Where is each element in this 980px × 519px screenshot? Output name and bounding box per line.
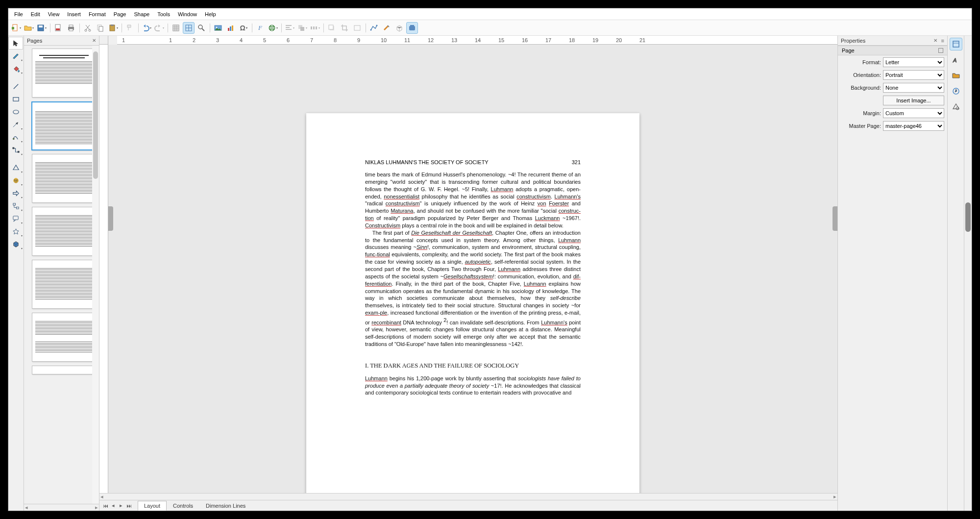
vertical-ruler[interactable]	[99, 45, 108, 493]
tab-nav-last[interactable]: ⏭	[125, 503, 133, 509]
pointer-tool[interactable]	[8, 37, 23, 49]
draw-functions-button[interactable]	[406, 22, 418, 34]
master-page-select[interactable]: master-page46	[883, 121, 944, 131]
insert-special-char-button[interactable]: Ω▾	[238, 22, 249, 34]
tab-nav-first[interactable]: ⏮	[101, 503, 109, 509]
svg-rect-42	[18, 151, 19, 152]
margin-select[interactable]: Custom	[883, 108, 944, 118]
pages-scrollbar[interactable]	[92, 46, 99, 504]
sidebar-tab-shapes[interactable]	[950, 100, 962, 113]
tab-controls[interactable]: Controls	[167, 501, 199, 511]
block-arrows-tool[interactable]: ▾	[8, 187, 23, 199]
ellipse-tool[interactable]	[8, 105, 23, 118]
page-thumb-5[interactable]: 5	[32, 260, 96, 309]
save-button[interactable]: ▾	[36, 22, 48, 34]
expand-section-icon[interactable]	[938, 48, 943, 53]
line-color-tool[interactable]: ▾	[8, 49, 23, 62]
sidebar-tab-styles[interactable]: A	[950, 53, 962, 66]
menu-help[interactable]: Help	[201, 10, 220, 19]
align-button[interactable]: ▾	[284, 22, 295, 34]
canvas-hscroll[interactable]: ◂▸	[99, 493, 837, 500]
extrusion-button[interactable]	[393, 22, 405, 34]
document-page[interactable]: NIKLAS LUHMANN'S THE SOCIETY OF SOCIETY …	[306, 113, 639, 493]
symbol-shapes-tool[interactable]: ▾	[8, 174, 23, 187]
page-thumb-7[interactable]: 7	[32, 366, 96, 374]
fill-color-tool[interactable]: ▾	[8, 62, 23, 75]
properties-panel-header: Properties ✕ ≡	[838, 36, 947, 46]
callout-tool[interactable]: ▾	[8, 212, 23, 225]
left-collapse-handle[interactable]	[108, 206, 113, 231]
paste-button[interactable]: ▾	[107, 22, 119, 34]
print-button[interactable]	[65, 22, 77, 34]
insert-hyperlink-button[interactable]: ▾	[267, 22, 279, 34]
tab-nav-prev[interactable]: ◂	[109, 502, 117, 509]
close-properties-button[interactable]: ✕	[933, 38, 937, 43]
grid-button[interactable]	[170, 22, 182, 34]
export-pdf-button[interactable]	[52, 22, 64, 34]
page-thumb-6[interactable]: 6	[32, 313, 96, 362]
crop-button[interactable]	[339, 22, 350, 34]
insert-fontwork-button[interactable]: F	[254, 22, 266, 34]
flowchart-tool[interactable]: ▾	[8, 199, 23, 212]
basic-shapes-tool[interactable]: ▾	[8, 161, 23, 174]
tab-dimension-lines[interactable]: Dimension Lines	[199, 501, 252, 511]
right-collapse-handle[interactable]	[833, 206, 837, 231]
toggle-point-edit-button[interactable]	[368, 22, 380, 34]
page-section-header[interactable]: Page	[838, 46, 947, 55]
tab-nav-next[interactable]: ▸	[117, 502, 125, 509]
horizontal-ruler[interactable]: 1123456789101112131415161718192021	[117, 36, 837, 45]
insert-image-button-props[interactable]: Insert Image...	[883, 96, 944, 105]
pages-list[interactable]: 1 2 3 4 5	[24, 46, 99, 504]
filter-button[interactable]	[351, 22, 363, 34]
zoom-button[interactable]	[196, 22, 207, 34]
clone-format-button[interactable]	[124, 22, 136, 34]
menu-page[interactable]: Page	[110, 10, 130, 19]
menu-tools[interactable]: Tools	[153, 10, 174, 19]
tab-layout[interactable]: Layout	[138, 501, 167, 511]
page-thumb-4[interactable]: 4	[32, 207, 96, 256]
page-thumb-3[interactable]: 3	[32, 154, 96, 203]
sidebar-tab-properties[interactable]	[950, 38, 962, 50]
arrange-button[interactable]: ▾	[296, 22, 308, 34]
shadow-button[interactable]	[326, 22, 338, 34]
3d-objects-tool[interactable]: ▾	[8, 238, 23, 250]
menu-file[interactable]: File	[10, 10, 27, 19]
menu-window[interactable]: Window	[174, 10, 201, 19]
close-pages-panel-button[interactable]: ✕	[92, 38, 96, 43]
distribute-button[interactable]: ▾	[309, 22, 321, 34]
insert-image-button[interactable]	[212, 22, 224, 34]
undo-button[interactable]: ▾	[141, 22, 152, 34]
gluepoints-button[interactable]	[381, 22, 392, 34]
new-button[interactable]: ▾	[10, 22, 22, 34]
redo-button[interactable]: ▾	[153, 22, 165, 34]
cut-button[interactable]	[82, 22, 94, 34]
menu-edit[interactable]: Edit	[27, 10, 44, 19]
stars-tool[interactable]: ▾	[8, 225, 23, 238]
menu-view[interactable]: View	[44, 10, 64, 19]
menu-format[interactable]: Format	[85, 10, 110, 19]
copy-button[interactable]	[95, 22, 106, 34]
background-select[interactable]: None	[883, 83, 944, 93]
menu-shape[interactable]: Shape	[130, 10, 153, 19]
page-thumb-2[interactable]: 2	[31, 101, 97, 150]
open-button[interactable]: ▾	[23, 22, 35, 34]
curve-tool[interactable]: ▾	[8, 131, 23, 144]
properties-menu-button[interactable]: ≡	[941, 38, 944, 44]
menu-insert[interactable]: Insert	[63, 10, 85, 19]
connector-tool[interactable]: ▾	[8, 144, 23, 156]
rectangle-tool[interactable]	[8, 93, 23, 105]
pages-hscroll[interactable]: ◂▸	[24, 504, 99, 511]
line-tool[interactable]	[8, 80, 23, 93]
lines-arrows-tool[interactable]: ▾	[8, 118, 23, 131]
page-thumb-1[interactable]: 1	[32, 49, 96, 98]
snap-button[interactable]	[183, 22, 195, 34]
pages-panel-title: Pages	[27, 38, 42, 44]
format-select[interactable]: Letter	[883, 57, 944, 67]
sidebar-tab-navigator[interactable]	[950, 85, 962, 98]
sidebar-tab-gallery[interactable]	[950, 69, 962, 82]
window-vscroll[interactable]	[964, 36, 972, 511]
orientation-select[interactable]: Portrait	[883, 70, 944, 80]
svg-rect-21	[230, 26, 231, 31]
canvas-scroll[interactable]: NIKLAS LUHMANN'S THE SOCIETY OF SOCIETY …	[108, 45, 837, 493]
insert-chart-button[interactable]	[225, 22, 237, 34]
